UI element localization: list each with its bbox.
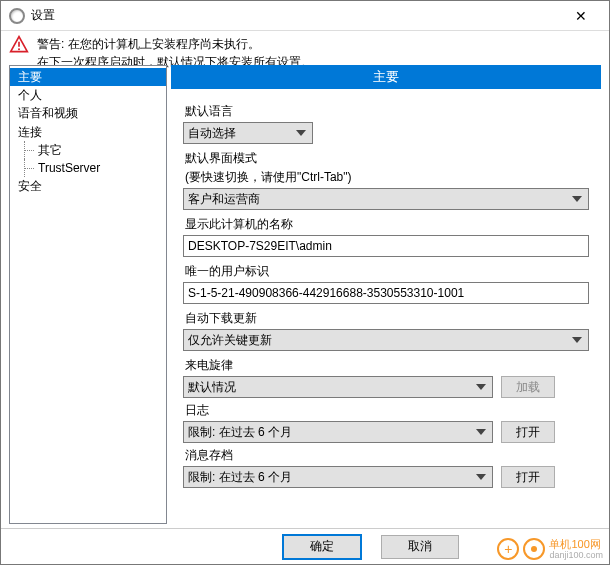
label-user-id: 唯一的用户标识 [185,263,589,280]
button-load-ringtone[interactable]: 加载 [501,376,555,398]
section-header: 主要 [171,65,601,89]
nav-item-audio-video[interactable]: 语音和视频 [10,104,166,122]
select-log[interactable]: 限制: 在过去 6 个月 [183,421,493,443]
close-button[interactable]: ✕ [561,2,601,30]
select-ringtone[interactable]: 默认情况 [183,376,493,398]
button-open-log[interactable]: 打开 [501,421,555,443]
input-computer-name[interactable] [183,235,589,257]
hint-ui-mode: (要快速切换，请使用"Ctrl-Tab") [185,169,589,186]
label-ui-mode: 默认界面模式 [185,150,589,167]
content-panel: 主要 默认语言 自动选择 默认界面模式 (要快速切换，请使用"Ctrl-Tab"… [171,65,601,524]
watermark: 单机100网 danji100.com [497,538,603,560]
watermark-icon-dot [523,538,545,560]
label-log: 日志 [185,402,589,419]
warning-line1: 警告: 在您的计算机上安装程序尚未执行。 [37,35,313,53]
select-auto-update[interactable]: 仅允许关键更新 [183,329,589,351]
window-title: 设置 [31,7,561,24]
ok-button[interactable]: 确定 [283,535,361,559]
cancel-button[interactable]: 取消 [381,535,459,559]
nav-item-connection[interactable]: 连接 [10,123,166,141]
svg-point-1 [18,48,20,50]
nav-item-security[interactable]: 安全 [10,177,166,195]
select-default-language[interactable]: 自动选择 [183,122,313,144]
button-open-msg-archive[interactable]: 打开 [501,466,555,488]
label-ringtone: 来电旋律 [185,357,589,374]
label-default-language: 默认语言 [185,103,589,120]
watermark-icon-plus [497,538,519,560]
app-icon [9,8,25,24]
titlebar: 设置 ✕ [1,1,609,31]
nav-item-personal[interactable]: 个人 [10,86,166,104]
watermark-brand: 单机100网 [549,538,603,550]
warning-icon [9,35,29,58]
nav-item-trustserver[interactable]: TrustServer [10,159,166,177]
label-msg-archive: 消息存档 [185,447,589,464]
nav-item-other[interactable]: 其它 [10,141,166,159]
select-msg-archive[interactable]: 限制: 在过去 6 个月 [183,466,493,488]
select-ui-mode[interactable]: 客户和运营商 [183,188,589,210]
nav-item-main[interactable]: 主要 [10,68,166,86]
watermark-url: danji100.com [549,550,603,560]
label-computer-name: 显示此计算机的名称 [185,216,589,233]
label-auto-update: 自动下载更新 [185,310,589,327]
nav-tree[interactable]: 主要 个人 语音和视频 连接 其它 TrustServer 安全 [9,65,167,524]
input-user-id[interactable] [183,282,589,304]
